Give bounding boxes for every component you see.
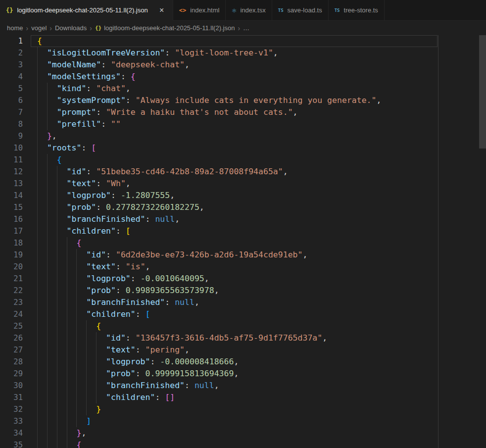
line-number-13[interactable]: 13 xyxy=(0,178,23,190)
code-line-8[interactable]: "prefill": "" xyxy=(31,118,486,130)
line-number-21[interactable]: 21 xyxy=(0,273,23,285)
code-line-18[interactable]: { xyxy=(31,237,486,249)
indent-guide xyxy=(67,392,67,403)
indent-guide xyxy=(37,237,38,249)
line-number-30[interactable]: 30 xyxy=(0,380,23,392)
line-number-22[interactable]: 22 xyxy=(0,285,23,297)
line-number-16[interactable]: 16 xyxy=(0,213,23,225)
scrollbar-thumb[interactable] xyxy=(479,35,486,149)
line-number-8[interactable]: 8 xyxy=(0,118,23,130)
code-line-12[interactable]: "id": "51bebe35-cd46-42b8-89a2-87008f94a… xyxy=(31,166,486,178)
code-line-7[interactable]: "prompt": "Write a haiku that's not abou… xyxy=(31,106,486,118)
code-line-9[interactable]: }, xyxy=(31,130,486,142)
code-line-15[interactable]: "prob": 0.27782732260182275, xyxy=(31,201,486,213)
code-line-28[interactable]: "logprob": -0.000008418666, xyxy=(31,356,486,368)
code-line-2[interactable]: "isLogitLoomTreeVersion": "logit-loom-tr… xyxy=(31,47,486,59)
line-number-17[interactable]: 17 xyxy=(0,225,23,237)
line-number-4[interactable]: 4 xyxy=(0,71,23,83)
line-number-29[interactable]: 29 xyxy=(0,368,23,380)
line-number-1[interactable]: 1 xyxy=(0,35,23,47)
code-line-6[interactable]: "systemPrompt": "Always include cats in … xyxy=(31,95,486,106)
indent-guide xyxy=(57,166,57,178)
indent-guide xyxy=(37,308,38,320)
gutter: 1234567891011121314151617181920212223242… xyxy=(0,35,31,448)
react-file-icon: ⚛ xyxy=(232,6,236,15)
code-line-10[interactable]: "roots": [ xyxy=(31,142,486,154)
indent-guide xyxy=(57,297,57,308)
code-line-25[interactable]: { xyxy=(31,320,486,332)
line-number-3[interactable]: 3 xyxy=(0,59,23,71)
line-number-31[interactable]: 31 xyxy=(0,392,23,403)
code-line-13[interactable]: "text": "Wh", xyxy=(31,178,486,190)
line-number-6[interactable]: 6 xyxy=(0,95,23,106)
tab-index.html[interactable]: <>index.html xyxy=(173,0,226,20)
scrollbar[interactable] xyxy=(479,35,486,448)
line-number-2[interactable]: 2 xyxy=(0,47,23,59)
close-tab-icon[interactable]: × xyxy=(157,5,167,15)
line-number-20[interactable]: 20 xyxy=(0,261,23,273)
line-number-10[interactable]: 10 xyxy=(0,142,23,154)
line-number-5[interactable]: 5 xyxy=(0,83,23,95)
line-number-15[interactable]: 15 xyxy=(0,201,23,213)
code-line-4[interactable]: "modelSettings": { xyxy=(31,71,486,83)
code-line-27[interactable]: "text": "pering", xyxy=(31,344,486,356)
breadcrumb-item-vogel[interactable]: vogel xyxy=(31,24,47,32)
line-number-18[interactable]: 18 xyxy=(0,237,23,249)
line-number-28[interactable]: 28 xyxy=(0,356,23,368)
line-number-24[interactable]: 24 xyxy=(0,308,23,320)
line-number-7[interactable]: 7 xyxy=(0,106,23,118)
tab-save-load.ts[interactable]: TSsave-load.ts xyxy=(272,0,329,20)
line-number-32[interactable]: 32 xyxy=(0,403,23,415)
breadcrumb-item-Downloads[interactable]: Downloads xyxy=(55,24,87,32)
line-number-9[interactable]: 9 xyxy=(0,130,23,142)
breadcrumb-item-home[interactable]: home xyxy=(7,24,23,32)
code-line-22[interactable]: "prob": 0.9989365563573978, xyxy=(31,285,486,297)
code-line-16[interactable]: "branchFinished": null, xyxy=(31,213,486,225)
breadcrumb-item-…[interactable]: … xyxy=(243,24,249,32)
code-line-21[interactable]: "logprob": -0.0010640095, xyxy=(31,273,486,285)
line-number-14[interactable]: 14 xyxy=(0,190,23,201)
line-number-33[interactable]: 33 xyxy=(0,415,23,427)
tab-logitloom-deepseek-chat-2025-05-11.ll(2).json[interactable]: {}logitloom-deepseek-chat-2025-05-11.ll(… xyxy=(0,0,173,21)
code-line-19[interactable]: "id": "6d2de3be-ee73-426b-a2d6-19a54cde9… xyxy=(31,249,486,261)
tab-index.tsx[interactable]: ⚛index.tsx xyxy=(226,0,272,20)
code-line-1[interactable]: { xyxy=(31,35,486,47)
code-line-17[interactable]: "children": [ xyxy=(31,225,486,237)
indent-guide xyxy=(76,403,77,415)
code-line-23[interactable]: "branchFinished": null, xyxy=(31,297,486,308)
tab-tree-store.ts[interactable]: TStree-store.ts xyxy=(329,0,385,20)
line-number-12[interactable]: 12 xyxy=(0,166,23,178)
code-line-33[interactable]: ] xyxy=(31,415,486,427)
code-line-31[interactable]: "children": [] xyxy=(31,392,486,403)
code-line-26[interactable]: "id": "136457f3-3616-4db5-af75-9d1f7765d… xyxy=(31,332,486,344)
line-number-19[interactable]: 19 xyxy=(0,249,23,261)
code-line-14[interactable]: "logprob": -1.2807555, xyxy=(31,190,486,201)
code-line-content: "children": [] xyxy=(31,392,175,403)
code-line-11[interactable]: { xyxy=(31,154,486,166)
line-number-23[interactable]: 23 xyxy=(0,297,23,308)
line-number-11[interactable]: 11 xyxy=(0,154,23,166)
code-line-30[interactable]: "branchFinished": null, xyxy=(31,380,486,392)
indent-guide xyxy=(57,308,57,320)
line-number-34[interactable]: 34 xyxy=(0,427,23,439)
line-number-25[interactable]: 25 xyxy=(0,320,23,332)
breadcrumb-item-logitloom-deepseek-chat-2025-05-11.ll(2).json[interactable]: {}logitloom-deepseek-chat-2025-05-11.ll(… xyxy=(95,24,235,32)
code-line-20[interactable]: "text": "is", xyxy=(31,261,486,273)
code-line-32[interactable]: } xyxy=(31,403,486,415)
code-line-5[interactable]: "kind": "chat", xyxy=(31,83,486,95)
code-line-29[interactable]: "prob": 0.9999915813694369, xyxy=(31,368,486,380)
indent-guide xyxy=(37,285,38,297)
code-line-24[interactable]: "children": [ xyxy=(31,308,486,320)
code-line-content: "isLogitLoomTreeVersion": "logit-loom-tr… xyxy=(31,47,278,59)
indent-guide xyxy=(57,368,57,380)
code-line-35[interactable]: { xyxy=(31,439,486,448)
indent-guide xyxy=(76,415,77,427)
line-number-27[interactable]: 27 xyxy=(0,344,23,356)
indent-guide xyxy=(47,332,48,344)
line-number-35[interactable]: 35 xyxy=(0,439,23,448)
code-line-3[interactable]: "modelName": "deepseek-chat", xyxy=(31,59,486,71)
code-line-34[interactable]: }, xyxy=(31,427,486,439)
indent-guide xyxy=(67,261,67,273)
line-number-26[interactable]: 26 xyxy=(0,332,23,344)
code-line-content: "systemPrompt": "Always include cats in … xyxy=(31,95,381,106)
